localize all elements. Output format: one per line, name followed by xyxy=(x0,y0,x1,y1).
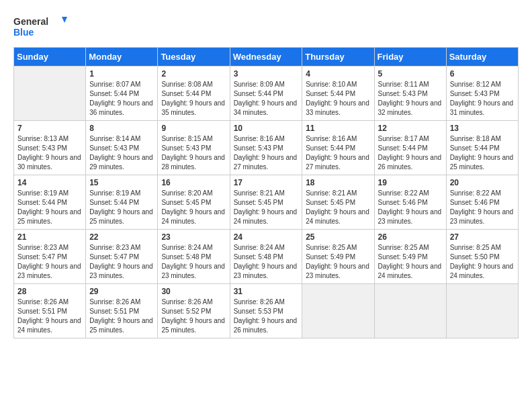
day-info: Sunrise: 8:24 AMSunset: 5:48 PMDaylight:… xyxy=(161,243,226,281)
calendar-cell: 14Sunrise: 8:19 AMSunset: 5:44 PMDayligh… xyxy=(14,175,86,230)
calendar-cell: 26Sunrise: 8:25 AMSunset: 5:49 PMDayligh… xyxy=(374,230,446,284)
day-info: Sunrise: 8:21 AMSunset: 5:45 PMDaylight:… xyxy=(306,189,370,226)
svg-marker-2 xyxy=(62,17,67,23)
day-info: Sunrise: 8:08 AMSunset: 5:44 PMDaylight:… xyxy=(161,80,226,118)
day-number: 29 xyxy=(89,287,154,296)
calendar-cell: 1Sunrise: 8:07 AMSunset: 5:44 PMDaylight… xyxy=(86,66,158,121)
day-number: 18 xyxy=(306,178,370,187)
calendar-cell xyxy=(14,66,86,121)
day-info: Sunrise: 8:10 AMSunset: 5:44 PMDaylight:… xyxy=(306,80,370,118)
day-number: 10 xyxy=(234,124,299,133)
calendar-cell: 15Sunrise: 8:19 AMSunset: 5:44 PMDayligh… xyxy=(86,175,158,230)
calendar-cell: 4Sunrise: 8:10 AMSunset: 5:44 PMDaylight… xyxy=(302,66,374,121)
calendar-header: SundayMondayTuesdayWednesdayThursdayFrid… xyxy=(14,48,519,66)
day-number: 14 xyxy=(17,178,82,187)
day-info: Sunrise: 8:24 AMSunset: 5:48 PMDaylight:… xyxy=(234,243,299,281)
svg-text:Blue: Blue xyxy=(13,27,34,38)
day-number: 21 xyxy=(17,232,82,242)
day-number: 28 xyxy=(17,287,82,296)
calendar-cell: 5Sunrise: 8:11 AMSunset: 5:43 PMDaylight… xyxy=(374,66,446,121)
day-number: 27 xyxy=(450,232,515,242)
day-number: 9 xyxy=(161,124,226,133)
day-number: 22 xyxy=(89,232,154,242)
calendar-cell: 13Sunrise: 8:18 AMSunset: 5:44 PMDayligh… xyxy=(446,121,518,175)
calendar-cell: 18Sunrise: 8:21 AMSunset: 5:45 PMDayligh… xyxy=(302,175,374,230)
day-info: Sunrise: 8:22 AMSunset: 5:46 PMDaylight:… xyxy=(378,189,443,226)
calendar-cell: 27Sunrise: 8:25 AMSunset: 5:50 PMDayligh… xyxy=(446,230,518,284)
day-info: Sunrise: 8:09 AMSunset: 5:44 PMDaylight:… xyxy=(234,80,299,118)
calendar-cell xyxy=(302,284,374,338)
day-info: Sunrise: 8:15 AMSunset: 5:43 PMDaylight:… xyxy=(161,134,226,172)
day-info: Sunrise: 8:20 AMSunset: 5:45 PMDaylight:… xyxy=(161,189,226,226)
weekday-row: SundayMondayTuesdayWednesdayThursdayFrid… xyxy=(14,48,519,66)
logo-icon: General Blue xyxy=(13,13,67,40)
day-number: 6 xyxy=(450,69,515,79)
day-number: 20 xyxy=(450,178,515,187)
svg-text:General: General xyxy=(13,16,48,27)
calendar-cell: 9Sunrise: 8:15 AMSunset: 5:43 PMDaylight… xyxy=(158,121,230,175)
day-info: Sunrise: 8:14 AMSunset: 5:43 PMDaylight:… xyxy=(89,134,154,172)
weekday-header: Tuesday xyxy=(158,48,230,66)
day-number: 24 xyxy=(234,232,299,242)
day-info: Sunrise: 8:22 AMSunset: 5:46 PMDaylight:… xyxy=(450,189,515,226)
day-info: Sunrise: 8:16 AMSunset: 5:43 PMDaylight:… xyxy=(234,134,299,172)
calendar-cell: 30Sunrise: 8:26 AMSunset: 5:52 PMDayligh… xyxy=(158,284,230,338)
logo: General Blue xyxy=(13,13,67,40)
day-number: 2 xyxy=(161,69,226,79)
calendar-cell: 25Sunrise: 8:25 AMSunset: 5:49 PMDayligh… xyxy=(302,230,374,284)
calendar-week-row: 7Sunrise: 8:13 AMSunset: 5:43 PMDaylight… xyxy=(14,121,519,175)
day-number: 25 xyxy=(306,232,370,242)
calendar-cell: 10Sunrise: 8:16 AMSunset: 5:43 PMDayligh… xyxy=(230,121,302,175)
day-number: 11 xyxy=(306,124,370,133)
calendar-cell: 3Sunrise: 8:09 AMSunset: 5:44 PMDaylight… xyxy=(230,66,302,121)
day-info: Sunrise: 8:23 AMSunset: 5:47 PMDaylight:… xyxy=(17,243,82,281)
weekday-header: Friday xyxy=(374,48,446,66)
day-number: 23 xyxy=(161,232,226,242)
day-number: 30 xyxy=(161,287,226,296)
weekday-header: Thursday xyxy=(302,48,374,66)
day-info: Sunrise: 8:26 AMSunset: 5:51 PMDaylight:… xyxy=(17,298,82,335)
day-info: Sunrise: 8:11 AMSunset: 5:43 PMDaylight:… xyxy=(378,80,443,118)
day-number: 13 xyxy=(450,124,515,133)
weekday-header: Monday xyxy=(86,48,158,66)
calendar-cell: 29Sunrise: 8:26 AMSunset: 5:51 PMDayligh… xyxy=(86,284,158,338)
calendar-cell: 31Sunrise: 8:26 AMSunset: 5:53 PMDayligh… xyxy=(230,284,302,338)
day-info: Sunrise: 8:07 AMSunset: 5:44 PMDaylight:… xyxy=(89,80,154,118)
page-header: General Blue xyxy=(13,13,519,40)
calendar-cell: 28Sunrise: 8:26 AMSunset: 5:51 PMDayligh… xyxy=(14,284,86,338)
day-info: Sunrise: 8:23 AMSunset: 5:47 PMDaylight:… xyxy=(89,243,154,281)
day-info: Sunrise: 8:25 AMSunset: 5:49 PMDaylight:… xyxy=(306,243,370,281)
day-info: Sunrise: 8:19 AMSunset: 5:44 PMDaylight:… xyxy=(17,189,82,226)
calendar-week-row: 1Sunrise: 8:07 AMSunset: 5:44 PMDaylight… xyxy=(14,66,519,121)
day-info: Sunrise: 8:12 AMSunset: 5:43 PMDaylight:… xyxy=(450,80,515,118)
day-number: 17 xyxy=(234,178,299,187)
day-number: 31 xyxy=(234,287,299,296)
day-number: 26 xyxy=(378,232,443,242)
calendar-cell xyxy=(446,284,518,338)
calendar-cell: 6Sunrise: 8:12 AMSunset: 5:43 PMDaylight… xyxy=(446,66,518,121)
calendar-cell: 23Sunrise: 8:24 AMSunset: 5:48 PMDayligh… xyxy=(158,230,230,284)
calendar-cell xyxy=(374,284,446,338)
day-number: 16 xyxy=(161,178,226,187)
calendar-table: SundayMondayTuesdayWednesdayThursdayFrid… xyxy=(13,47,519,338)
calendar-cell: 7Sunrise: 8:13 AMSunset: 5:43 PMDaylight… xyxy=(14,121,86,175)
calendar-cell: 19Sunrise: 8:22 AMSunset: 5:46 PMDayligh… xyxy=(374,175,446,230)
day-number: 4 xyxy=(306,69,370,79)
calendar-cell: 21Sunrise: 8:23 AMSunset: 5:47 PMDayligh… xyxy=(14,230,86,284)
day-info: Sunrise: 8:17 AMSunset: 5:44 PMDaylight:… xyxy=(378,134,443,172)
calendar-cell: 22Sunrise: 8:23 AMSunset: 5:47 PMDayligh… xyxy=(86,230,158,284)
calendar-cell: 11Sunrise: 8:16 AMSunset: 5:44 PMDayligh… xyxy=(302,121,374,175)
calendar-cell: 17Sunrise: 8:21 AMSunset: 5:45 PMDayligh… xyxy=(230,175,302,230)
day-number: 5 xyxy=(378,69,443,79)
day-info: Sunrise: 8:26 AMSunset: 5:52 PMDaylight:… xyxy=(161,298,226,335)
day-number: 19 xyxy=(378,178,443,187)
calendar-week-row: 21Sunrise: 8:23 AMSunset: 5:47 PMDayligh… xyxy=(14,230,519,284)
weekday-header: Saturday xyxy=(446,48,518,66)
calendar-cell: 2Sunrise: 8:08 AMSunset: 5:44 PMDaylight… xyxy=(158,66,230,121)
day-info: Sunrise: 8:13 AMSunset: 5:43 PMDaylight:… xyxy=(17,134,82,172)
calendar-cell: 8Sunrise: 8:14 AMSunset: 5:43 PMDaylight… xyxy=(86,121,158,175)
day-info: Sunrise: 8:25 AMSunset: 5:50 PMDaylight:… xyxy=(450,243,515,281)
day-info: Sunrise: 8:25 AMSunset: 5:49 PMDaylight:… xyxy=(378,243,443,281)
calendar-body: 1Sunrise: 8:07 AMSunset: 5:44 PMDaylight… xyxy=(14,66,519,338)
day-number: 15 xyxy=(89,178,154,187)
